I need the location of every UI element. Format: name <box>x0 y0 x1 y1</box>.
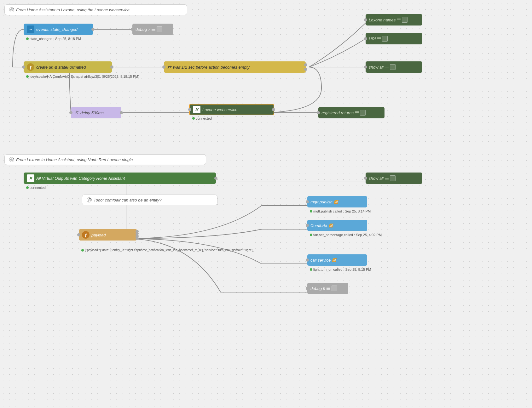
loxone-names-out[interactable] <box>402 17 408 23</box>
wait-input[interactable] <box>162 65 165 69</box>
debug7-node[interactable]: debug 7 <box>132 24 173 35</box>
debug9-out[interactable] <box>332 286 337 291</box>
comfoair-dot <box>310 234 312 236</box>
reg-returns-out[interactable] <box>360 110 366 116</box>
all-virtual-label: All Virtual Outputs with Category Home A… <box>36 176 125 181</box>
uri-out[interactable] <box>382 36 388 42</box>
all-virtual-outputs-node[interactable]: ✕ All Virtual Outputs with Category Home… <box>24 173 216 184</box>
debug7-menu-icon <box>152 28 155 31</box>
create-uri-label: create uri & stateFormatted <box>36 65 86 70</box>
mqtt-label: mqtt.publish <box>310 200 332 204</box>
create-uri-status: jdev/sps/io/HA ComfoAirQ Exhaust airflow… <box>26 75 139 78</box>
comment-node-1: 💬 From Home Assistant to Loxone, using t… <box>4 4 187 15</box>
loxone-names-label: Loxone names <box>369 18 396 22</box>
delay-label: delay 500ms <box>80 110 104 115</box>
show-all-2-label: show all <box>369 176 384 181</box>
comment-icon-2: 💬 <box>9 157 14 162</box>
payload-func-icon: ƒ <box>82 231 90 239</box>
payload-out-4[interactable] <box>136 237 139 240</box>
wait-output-2[interactable] <box>304 68 307 71</box>
wait-label: wait 1/2 sec before action becomes empty <box>173 65 250 70</box>
reg-returns-input[interactable] <box>317 111 320 114</box>
payload-input[interactable] <box>77 233 80 236</box>
comment-node-2: 💬 From Loxone to Home Assistant, using N… <box>4 154 206 165</box>
create-uri-node[interactable]: ƒ create uri & stateFormatted jdev/sps/i… <box>24 61 112 73</box>
call-service-wifi-icon: 📶 <box>332 258 336 262</box>
call-service-label: call service <box>310 258 331 263</box>
show-all-2-menu <box>385 177 389 180</box>
loxone-names-menu <box>397 19 401 21</box>
uri-input[interactable] <box>364 37 367 40</box>
loxone-webservice-node[interactable]: ✕ Loxone webservice connected <box>189 104 274 115</box>
comfoair-status: fan.set_percentage called : Sep 25, 4:02… <box>310 233 382 237</box>
arrow-icon: → <box>27 26 34 33</box>
call-service-status: light.turn_on called : Sep 25, 8:15 PM <box>310 268 371 271</box>
create-uri-input[interactable] <box>22 65 25 69</box>
loxone-names-input[interactable] <box>364 18 367 21</box>
payload-label: payload <box>91 233 106 237</box>
call-service-node[interactable]: call service 📶 light.turn_on called : Se… <box>307 254 367 266</box>
call-service-dot <box>310 268 312 271</box>
uri-label: URI <box>369 37 376 41</box>
mqtt-status: mqtt.publish called : Sep 25, 8:14 PM <box>310 209 371 213</box>
debug9-input[interactable] <box>306 287 309 290</box>
comment-icon-3: 💬 <box>87 197 92 202</box>
payload-node[interactable]: ƒ payload {"payload":{"data":{"entity_id… <box>79 229 137 241</box>
loxone-ws-x-icon: ✕ <box>193 106 200 113</box>
debug7-label: debug 7 <box>136 27 150 32</box>
debug7-input-port[interactable] <box>131 28 134 31</box>
comment-text-3: Todo: comfoair can also be an entity? <box>94 198 162 202</box>
delay-500ms-node[interactable]: ⏱ delay 500ms <box>71 107 121 118</box>
comfoair-label: ComfoAir <box>310 223 327 228</box>
show-all-1-input[interactable] <box>364 65 367 69</box>
events-state-changed-node[interactable]: → events: state_changed state_changed : … <box>24 24 93 35</box>
comment-text-1: From Home Assistant to Loxone, using the… <box>16 8 130 12</box>
create-uri-output[interactable] <box>110 65 113 69</box>
all-virtual-x-icon: ✕ <box>27 174 34 182</box>
comment-text-2: From Loxone to Home Assistant, using Nod… <box>16 157 133 162</box>
payload-status: {"payload":{"data":{"entity_id":"light.e… <box>81 248 254 252</box>
delay-clock-icon: ⏱ <box>74 110 78 115</box>
all-virtual-output[interactable] <box>214 177 217 180</box>
events-node-label: events: state_changed <box>36 27 78 32</box>
mqtt-input[interactable] <box>306 200 309 203</box>
call-service-input[interactable] <box>306 258 309 262</box>
show-all-2-node[interactable]: show all <box>366 173 422 184</box>
show-all-1-label: show all <box>369 65 384 70</box>
reg-returns-label: registered returns <box>321 110 354 115</box>
events-output-port[interactable] <box>91 28 95 31</box>
loxone-ws-output[interactable] <box>272 108 275 111</box>
all-virtual-status: connected <box>26 186 46 190</box>
loxone-names-node[interactable]: Loxone names <box>366 14 422 26</box>
reg-returns-menu <box>355 111 359 114</box>
comment-node-3: 💬 Todo: comfoair can also be an entity? <box>82 195 217 205</box>
show-all-2-input[interactable] <box>364 177 367 180</box>
node-red-canvas: 💬 From Home Assistant to Loxone, using t… <box>0 0 532 408</box>
show-all-1-node[interactable]: show all <box>366 61 422 73</box>
debug7-out-btn[interactable] <box>157 26 162 32</box>
mqtt-wifi-icon: 📶 <box>334 200 338 204</box>
loxone-ws-input[interactable] <box>188 108 191 111</box>
wait-output-1[interactable] <box>304 63 307 66</box>
all-virtual-dot <box>26 186 29 189</box>
debug9-node[interactable]: debug 9 <box>307 283 348 294</box>
comfoair-node[interactable]: ComfoAir 📶 fan.set_percentage called : S… <box>307 220 367 231</box>
events-status-dot <box>26 37 29 40</box>
events-status: state_changed : Sep 25, 8:18 PM <box>26 37 81 41</box>
show-all-2-out[interactable] <box>390 175 396 181</box>
show-all-1-menu <box>385 66 389 69</box>
comment-icon-1: 💬 <box>9 7 14 12</box>
create-uri-func-icon: ƒ <box>27 63 34 71</box>
loxone-ws-label: Loxone webservice <box>202 107 237 112</box>
registered-returns-node[interactable]: registered returns <box>318 107 385 118</box>
uri-menu <box>377 37 381 40</box>
delay-output[interactable] <box>120 111 123 114</box>
wait-half-sec-node[interactable]: ⇄ wait 1/2 sec before action becomes emp… <box>164 61 306 73</box>
mqtt-publish-node[interactable]: mqtt.publish 📶 mqtt.publish called : Sep… <box>307 196 367 207</box>
uri-node[interactable]: URI <box>366 33 422 44</box>
wait-arrows-icon: ⇄ <box>167 64 171 70</box>
show-all-1-out[interactable] <box>390 64 396 70</box>
delay-input[interactable] <box>69 111 72 114</box>
comfoair-wifi-icon: 📶 <box>329 224 333 228</box>
comfoair-input[interactable] <box>306 224 309 227</box>
